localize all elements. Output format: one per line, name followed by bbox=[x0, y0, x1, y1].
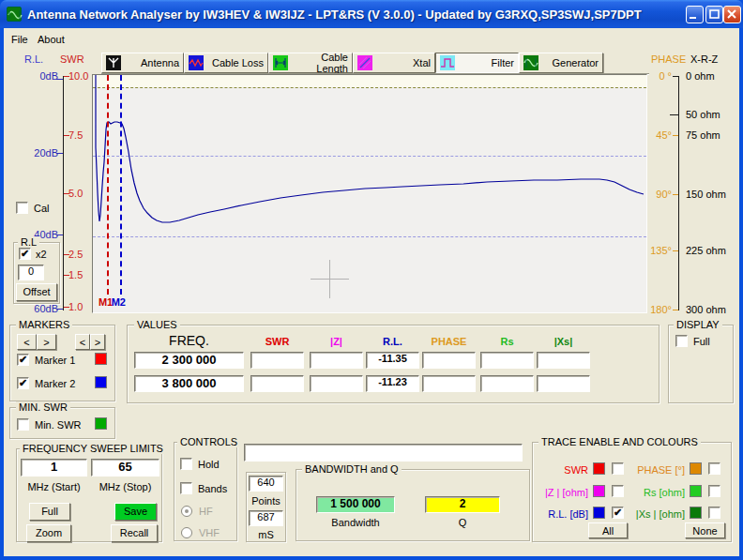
generator-icon bbox=[523, 55, 538, 70]
swr-tick-mark bbox=[64, 254, 69, 255]
swr-tick-mark bbox=[64, 193, 69, 194]
cal-label: Cal bbox=[34, 203, 50, 214]
marker2-line[interactable] bbox=[120, 75, 122, 295]
xtal-button[interactable]: Xtal bbox=[353, 53, 435, 73]
bands-checkbox[interactable] bbox=[180, 482, 192, 494]
close-button[interactable] bbox=[723, 6, 741, 23]
swr-axis-header: SWR bbox=[60, 53, 84, 65]
freq-value-row1[interactable]: 2 300 000 bbox=[134, 352, 244, 369]
xs-trace-swatch[interactable] bbox=[690, 507, 702, 519]
z-value-row1[interactable] bbox=[310, 352, 363, 369]
marker2-prev-button[interactable]: < bbox=[75, 334, 90, 350]
ms-label: mS bbox=[246, 529, 286, 540]
phase-value-row1[interactable] bbox=[422, 352, 476, 369]
app-window: Antenna Network Analyser by IW3HEV & IW3… bbox=[0, 0, 743, 560]
marker1-color-swatch[interactable] bbox=[95, 353, 107, 365]
start-freq-input[interactable]: 1 bbox=[21, 459, 87, 477]
none-traces-button[interactable]: None bbox=[685, 522, 725, 538]
all-traces-button[interactable]: All bbox=[588, 522, 628, 538]
swr-trace-swatch[interactable] bbox=[593, 462, 605, 475]
cable-length-button[interactable]: Cable Length bbox=[268, 53, 353, 73]
marker1-next-button[interactable]: > bbox=[37, 334, 56, 350]
offset-button[interactable]: Offset bbox=[16, 283, 57, 301]
xs-trace-checkbox[interactable] bbox=[708, 507, 720, 519]
rl-trace-swatch[interactable] bbox=[593, 507, 605, 519]
swr-tick-mark bbox=[64, 307, 69, 308]
marker2-color-swatch[interactable] bbox=[95, 376, 107, 388]
controls-caption: CONTROLS bbox=[177, 436, 240, 447]
z-trace-checkbox[interactable] bbox=[612, 485, 624, 497]
antenna-button[interactable]: Antenna bbox=[101, 53, 184, 73]
bandwidth-value[interactable]: 1 500 000 bbox=[316, 496, 395, 513]
marker1-prev-button[interactable]: < bbox=[17, 334, 37, 350]
z-value-row2[interactable] bbox=[310, 375, 363, 392]
save-button[interactable]: Save bbox=[114, 503, 157, 521]
ohm-tick: 0 ohm bbox=[686, 70, 715, 82]
marker2-checkbox[interactable]: ✔ bbox=[17, 377, 29, 389]
plot-area[interactable]: M1 M2 bbox=[92, 74, 647, 313]
filter-button[interactable]: Filter bbox=[435, 53, 519, 73]
menu-file[interactable]: File bbox=[11, 34, 28, 45]
full-display-checkbox[interactable] bbox=[675, 335, 688, 347]
ohm-tick: 75 ohm bbox=[686, 129, 720, 141]
q-value[interactable]: 2 bbox=[425, 496, 500, 513]
status-text-field[interactable] bbox=[244, 444, 523, 462]
swr-value-row2[interactable] bbox=[250, 375, 304, 392]
marker1-line[interactable] bbox=[107, 75, 109, 295]
phase-tick: 0 ° bbox=[644, 70, 672, 82]
min-swr-color-swatch[interactable] bbox=[95, 417, 107, 430]
phase-value-row2[interactable] bbox=[422, 375, 476, 392]
z-column-header: |Z| bbox=[310, 336, 363, 347]
swr-tick: 2.5 bbox=[68, 249, 83, 260]
phase-tick-mark bbox=[673, 135, 678, 136]
crosshair-icon bbox=[329, 260, 330, 298]
phase-trace-swatch[interactable] bbox=[690, 462, 702, 475]
filter-icon bbox=[440, 55, 455, 70]
q-label: Q bbox=[425, 517, 500, 528]
x2-checkbox[interactable]: ✔ bbox=[19, 248, 31, 260]
rl-value-row1[interactable]: -11.35 bbox=[366, 352, 419, 369]
freq-value-row2[interactable]: 3 800 000 bbox=[134, 375, 244, 392]
minimize-button[interactable] bbox=[686, 6, 704, 23]
ms-value: 687 bbox=[249, 510, 283, 526]
rs-trace-checkbox[interactable] bbox=[708, 485, 720, 497]
xs-value-row1[interactable] bbox=[537, 352, 590, 369]
hold-checkbox[interactable] bbox=[180, 458, 192, 470]
xs-value-row2[interactable] bbox=[537, 375, 590, 392]
swr-value-row1[interactable] bbox=[250, 352, 304, 369]
phase-tick: 45° bbox=[644, 129, 672, 141]
offset-input[interactable]: 0 bbox=[18, 265, 44, 280]
rl-trace-checkbox[interactable]: ✔ bbox=[612, 507, 624, 519]
rs-trace-swatch[interactable] bbox=[690, 485, 702, 497]
maximize-button[interactable] bbox=[705, 6, 723, 23]
phase-trace-checkbox[interactable] bbox=[708, 462, 720, 475]
menu-about[interactable]: About bbox=[38, 34, 65, 45]
rl-offset-caption: R.L bbox=[18, 236, 39, 248]
min-swr-checkbox[interactable] bbox=[17, 418, 29, 431]
swr-tick-mark bbox=[64, 275, 69, 276]
swr-tick: 1.0 bbox=[68, 301, 83, 312]
full-sweep-button[interactable]: Full bbox=[29, 503, 70, 521]
stop-freq-input[interactable]: 65 bbox=[91, 459, 159, 477]
right-tick-mark bbox=[673, 76, 678, 77]
min-swr-caption: MIN. SWR bbox=[16, 401, 70, 413]
generator-button[interactable]: Generator bbox=[519, 53, 603, 73]
bands-label: Bands bbox=[198, 483, 227, 494]
cable-loss-button[interactable]: Cable Loss bbox=[184, 53, 268, 73]
trace-caption: TRACE ENABLE AND COLOURS bbox=[538, 436, 701, 447]
marker2-next-button[interactable]: > bbox=[90, 334, 105, 350]
marker1-checkbox[interactable]: ✔ bbox=[17, 354, 29, 366]
bandwidth-caption: BANDWIDTH and Q bbox=[302, 463, 402, 475]
rs-value-row1[interactable] bbox=[480, 352, 534, 369]
cal-checkbox[interactable] bbox=[16, 202, 28, 214]
rl-value-row2[interactable]: -11.23 bbox=[366, 375, 419, 392]
zoom-button[interactable]: Zoom bbox=[26, 524, 71, 542]
z-trace-swatch[interactable] bbox=[593, 485, 605, 497]
values-caption: VALUES bbox=[134, 319, 180, 330]
ohm-tick: 225 ohm bbox=[686, 245, 726, 256]
rl-tick: 0dB bbox=[24, 70, 58, 82]
swr-trace-checkbox[interactable] bbox=[612, 462, 624, 475]
marker1-label: Marker 1 bbox=[35, 355, 75, 366]
recall-button[interactable]: Recall bbox=[111, 524, 158, 542]
rs-value-row2[interactable] bbox=[480, 375, 534, 392]
